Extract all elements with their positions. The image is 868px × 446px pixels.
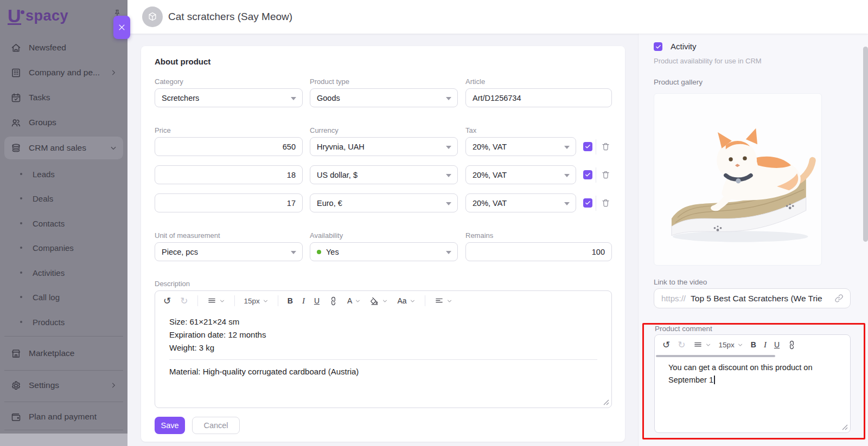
sidebar-item-plan-payment[interactable]: Plan and payment — [4, 405, 123, 428]
align-left-icon — [435, 296, 444, 306]
price-row-checkbox[interactable] — [583, 198, 592, 208]
price-input[interactable] — [155, 137, 303, 156]
article-label: Article — [465, 77, 485, 86]
line-height-button[interactable] — [693, 340, 711, 350]
availability-label: Availability — [310, 231, 343, 240]
sidebar-footer-strip — [0, 434, 127, 446]
sidebar-item-contacts[interactable]: Contacts — [4, 212, 123, 234]
tax-select[interactable]: 20%, VAT — [465, 165, 576, 184]
trash-icon — [601, 141, 611, 152]
sidebar-item-settings[interactable]: Settings — [4, 374, 123, 397]
availability-select[interactable]: Yes — [310, 242, 458, 261]
text-case-label: Aa — [397, 296, 406, 305]
price-input[interactable] — [155, 165, 303, 184]
insert-link-button[interactable] — [787, 340, 796, 350]
undo-button[interactable]: ↺ — [662, 340, 670, 350]
bullet-icon — [20, 272, 22, 274]
price-input[interactable] — [155, 193, 303, 212]
product-type-select[interactable]: Goods — [310, 88, 458, 107]
category-select[interactable]: Scretchers — [155, 88, 303, 107]
toolbar-scrollbar[interactable] — [656, 355, 775, 357]
description-line: Size: 61×21×24 sm — [169, 315, 597, 328]
sidebar-item-companies[interactable]: Companies — [4, 237, 123, 258]
redo-button[interactable]: ↻ — [180, 296, 188, 306]
text-case-button[interactable]: Aa — [397, 296, 415, 305]
sidebar-item-products[interactable]: Products — [4, 311, 123, 333]
font-size-button[interactable]: 15px — [244, 297, 269, 305]
comment-toolbar: ↺ ↻ 15px B I U — [655, 335, 850, 354]
font-size-button[interactable]: 15px — [719, 341, 743, 349]
chevron-down-icon — [737, 342, 743, 348]
activity-helper-text: Product availability for use in CRM — [654, 57, 762, 65]
price-row-checkbox[interactable] — [583, 142, 592, 151]
sidebar-subitem-label: Activities — [33, 268, 65, 277]
product-gallery-image[interactable] — [654, 93, 822, 266]
redo-button[interactable]: ↻ — [678, 340, 685, 350]
bold-button[interactable]: B — [288, 296, 293, 305]
article-input[interactable] — [465, 88, 612, 107]
sidebar-item-call-log[interactable]: Call log — [4, 286, 123, 308]
tax-select[interactable]: 20%, VAT — [465, 137, 576, 156]
comment-content[interactable]: You can get a discount on this product o… — [655, 354, 850, 386]
sidebar-item-crm[interactable]: CRM and sales — [4, 137, 123, 159]
highlight-color-button[interactable] — [370, 296, 388, 306]
italic-button[interactable]: I — [302, 296, 305, 306]
tax-label: Tax — [465, 126, 476, 134]
delete-price-row-button[interactable] — [601, 170, 611, 180]
tax-value: 20%, VAT — [473, 143, 507, 151]
font-color-button[interactable]: A — [347, 296, 361, 305]
cancel-button[interactable]: Cancel — [192, 417, 240, 434]
vertical-scrollbar-thumb[interactable] — [863, 47, 868, 242]
description-editor: ↺ ↻ 15px B I U A Aa Size: 61×21×24 sm Ex… — [155, 290, 612, 408]
line-height-button[interactable] — [207, 296, 225, 306]
unit-select[interactable]: Piece, pcs — [155, 242, 303, 261]
currency-value: Euro, € — [317, 199, 342, 208]
underline-button[interactable]: U — [314, 296, 320, 305]
sidebar-item-newsfeed[interactable]: Newsfeed — [4, 36, 123, 59]
sidebar-item-marketplace[interactable]: Marketplace — [4, 342, 123, 365]
link-icon — [786, 338, 799, 351]
delete-price-row-button[interactable] — [601, 141, 611, 152]
activity-label: Activity — [671, 42, 697, 51]
bold-button[interactable]: B — [751, 340, 756, 349]
product-avatar — [142, 7, 163, 27]
sidebar-divider — [4, 430, 123, 430]
sidebar-item-company[interactable]: Company and pe... — [4, 61, 123, 84]
video-link-input[interactable]: https:// Top 5 Best Cat Scratchers (We T… — [654, 288, 851, 308]
remains-label: Remains — [465, 231, 493, 240]
sidebar-item-groups[interactable]: Groups — [4, 111, 123, 134]
underline-button[interactable]: U — [774, 340, 780, 349]
currency-select[interactable]: Hryvnia, UAH — [310, 137, 458, 156]
page-title: Cat scratchers (Say Meow) — [168, 0, 292, 34]
close-drawer-button[interactable] — [113, 16, 130, 39]
align-button[interactable] — [435, 296, 452, 306]
sidebar-item-leads[interactable]: Leads — [4, 163, 123, 185]
italic-button[interactable]: I — [764, 340, 767, 350]
chevron-down-icon — [446, 298, 452, 304]
sidebar-item-tasks[interactable]: Tasks — [4, 86, 123, 109]
tax-select[interactable]: 20%, VAT — [465, 193, 576, 212]
sidebar-item-deals[interactable]: Deals — [4, 188, 123, 209]
description-content[interactable]: Size: 61×21×24 sm Expiration date: 12 mo… — [155, 311, 611, 378]
delete-price-row-button[interactable] — [601, 198, 611, 208]
sidebar-subitem-label: Call log — [33, 293, 60, 302]
divider — [197, 295, 198, 306]
undo-button[interactable]: ↺ — [163, 296, 171, 306]
activity-checkbox[interactable] — [654, 42, 662, 51]
currency-select[interactable]: US dollar, $ — [310, 165, 458, 184]
remains-input[interactable] — [465, 242, 612, 261]
currency-select[interactable]: Euro, € — [310, 193, 458, 212]
sidebar: U spacy Newsfeed Company and pe... Tasks… — [0, 0, 127, 434]
chevron-right-icon — [110, 382, 117, 389]
link-icon — [327, 294, 340, 307]
price-row-checkbox[interactable] — [583, 170, 592, 179]
save-button[interactable]: Save — [155, 417, 185, 434]
link-icon[interactable] — [834, 293, 845, 303]
chevron-right-icon — [110, 69, 117, 76]
sidebar-item-label: Groups — [29, 118, 56, 127]
resize-handle[interactable] — [603, 399, 609, 405]
sidebar-item-activities[interactable]: Activities — [4, 262, 123, 283]
insert-link-button[interactable] — [329, 296, 338, 306]
divider — [234, 295, 235, 306]
resize-handle[interactable] — [841, 424, 848, 430]
